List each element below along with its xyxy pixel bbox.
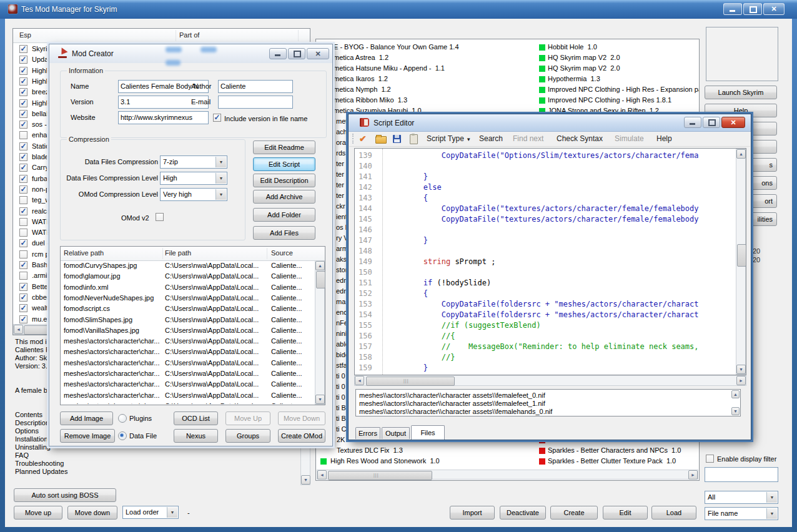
load-button[interactable]: Load xyxy=(651,506,696,520)
modlist-hscrollbar[interactable]: ◄ ► ||| xyxy=(317,470,698,480)
maximize-icon[interactable] xyxy=(288,48,305,59)
file-row[interactable]: meshes\actors\character\char...C:\Users\… xyxy=(61,358,315,368)
scroll-up-icon[interactable]: ▲ xyxy=(731,390,740,398)
deactivate-button[interactable]: Deactivate xyxy=(500,506,546,520)
chevron-down-icon[interactable]: ▼ xyxy=(766,492,777,503)
column-separator[interactable] xyxy=(176,30,176,41)
code-line[interactable]: 158 //} xyxy=(355,352,742,363)
file-row[interactable]: fomod\script.csC:\Users\nwa\AppData\Loca… xyxy=(61,303,315,314)
code-editor[interactable]: 139 CopyDataFile("Options/Slim/textures/… xyxy=(354,148,746,375)
simulate-menu[interactable]: Simulate xyxy=(615,134,644,143)
file-row[interactable]: fomod\info.xmlC:\Users\nwa\AppData\Local… xyxy=(61,282,315,293)
mod-list-item[interactable]: Improved NPC Clothing - High Res - Expan… xyxy=(316,85,699,96)
ocd-list-button[interactable]: OCD List xyxy=(174,411,218,425)
add-archive-button[interactable]: Add Archive xyxy=(253,190,315,204)
column-separator[interactable] xyxy=(298,30,299,41)
column-header-file-path[interactable]: File path xyxy=(165,249,191,257)
chevron-down-icon[interactable]: ▼ xyxy=(215,189,226,200)
esp-item-checkbox[interactable]: ✓ xyxy=(19,261,27,269)
move-up-button[interactable]: Move up xyxy=(14,506,62,520)
esp-item-checkbox[interactable]: ✓ xyxy=(19,153,27,161)
code-line[interactable]: 152 { xyxy=(355,288,742,299)
add-files-button[interactable]: Add Files xyxy=(253,226,315,240)
enable-display-filter-checkbox[interactable] xyxy=(706,455,714,463)
esp-item-checkbox[interactable]: ✓ xyxy=(19,77,27,86)
esp-item-checkbox[interactable]: ✓ xyxy=(19,315,27,323)
file-row[interactable]: meshes\actors\character\char...C:\Users\… xyxy=(61,401,315,404)
column-header-relative-path[interactable]: Relative path xyxy=(64,249,104,257)
code-hscrollbar[interactable]: ◄ ► ||| xyxy=(354,375,746,386)
code-line[interactable]: 142 else xyxy=(355,182,742,193)
code-line[interactable]: 151 if (!bodySlide) xyxy=(355,278,742,288)
file-row[interactable]: fomod\SlimShapes.jpgC:\Users\nwa\AppData… xyxy=(61,315,315,325)
esp-item-checkbox[interactable]: ✓ xyxy=(19,88,27,96)
check-icon[interactable]: ✔ xyxy=(359,134,367,144)
code-line[interactable]: 148 xyxy=(355,246,742,257)
search-menu[interactable]: Search xyxy=(479,134,503,143)
esp-item-checkbox[interactable]: ✓ xyxy=(19,293,27,302)
esp-item-checkbox[interactable]: ✓ xyxy=(19,185,27,194)
code-line[interactable]: 155 //if (suggestTexBlend) xyxy=(355,320,742,331)
esp-item-checkbox[interactable]: ✓ xyxy=(19,67,27,75)
save-icon[interactable] xyxy=(393,135,401,143)
scroll-down-icon[interactable]: ▼ xyxy=(731,407,740,415)
file-row[interactable]: meshes\actors\character\char...C:\Users\… xyxy=(61,368,315,379)
esp-item-checkbox[interactable]: ✓ xyxy=(19,175,27,183)
paste-icon[interactable] xyxy=(410,134,418,144)
nexus-button[interactable]: Nexus xyxy=(174,429,218,443)
check-syntax-menu[interactable]: Check Syntax xyxy=(557,134,603,143)
file-list-vscrollbar[interactable]: ▲ ▼ xyxy=(315,260,325,405)
script-type-menu[interactable]: Script Type ▼ xyxy=(427,134,471,143)
esp-item-checkbox[interactable]: ✓ xyxy=(19,99,27,107)
add-folder-button[interactable]: Add Folder xyxy=(253,208,315,222)
edit-button[interactable]: Edit xyxy=(603,506,648,520)
esp-item-checkbox[interactable]: ✓ xyxy=(19,283,27,291)
close-icon[interactable] xyxy=(721,117,745,128)
column-header-esp[interactable]: Esp xyxy=(19,31,31,39)
mod-list-item[interactable]: HQ Skyrim map V2 2.0 xyxy=(316,64,699,74)
file-row[interactable]: meshes\actors\character\char...C:\Users\… xyxy=(61,379,315,390)
move-down-button[interactable]: Move down xyxy=(67,506,117,520)
code-line[interactable]: 159 } xyxy=(355,363,742,373)
chevron-down-icon[interactable]: ▼ xyxy=(167,507,177,518)
code-line[interactable]: 154 CopyDataFile(foldersrc + "meshes/act… xyxy=(355,310,742,320)
compression-combo[interactable]: High▼ xyxy=(160,172,227,185)
esp-item-checkbox[interactable] xyxy=(19,272,27,280)
sort-by-combo[interactable]: File name ▼ xyxy=(705,507,778,520)
maximize-icon[interactable] xyxy=(703,117,720,128)
code-line[interactable]: 141 } xyxy=(355,172,742,182)
main-title-bar[interactable]: Tes Mod Manager for Skyrim xyxy=(0,0,797,19)
minimize-icon[interactable] xyxy=(723,3,742,15)
esp-item-checkbox[interactable] xyxy=(19,196,27,204)
display-filter-input[interactable] xyxy=(705,467,778,482)
chevron-down-icon[interactable]: ▼ xyxy=(766,508,777,519)
include-version-checkbox[interactable]: ✓ xyxy=(213,114,221,122)
groups-button[interactable]: Groups xyxy=(225,429,270,443)
file-row[interactable]: meshes\actors\character\char...C:\Users\… xyxy=(61,390,315,401)
category-filter-combo[interactable]: All ▼ xyxy=(705,491,778,504)
import-button[interactable]: Import xyxy=(450,506,495,520)
file-row[interactable]: fomod\VanillaShapes.jpgC:\Users\nwa\AppD… xyxy=(61,325,315,336)
code-line[interactable]: 157 // MessageBox("Reminder: to help eli… xyxy=(355,342,742,352)
code-line[interactable]: 146 xyxy=(355,225,742,235)
create-omod-button[interactable]: Create OMod xyxy=(278,429,325,443)
chevron-down-icon[interactable]: ▼ xyxy=(215,173,226,184)
compression-combo[interactable]: Very high▼ xyxy=(160,188,227,201)
script-editor-title-bar[interactable]: Script Editor xyxy=(349,114,751,132)
esp-item-checkbox[interactable] xyxy=(19,250,27,259)
move-up-button[interactable]: Move Up xyxy=(225,411,270,425)
code-vscrollbar[interactable]: ▲ ▼ xyxy=(736,149,746,375)
edit-readme-button[interactable]: Edit Readme xyxy=(253,140,315,154)
esp-item-checkbox[interactable]: ✓ xyxy=(19,121,27,129)
code-line[interactable]: 153 CopyDataFile(foldersrc + "meshes/act… xyxy=(355,299,742,310)
code-line[interactable]: 143 { xyxy=(355,193,742,204)
tab-errors[interactable]: Errors xyxy=(355,427,380,439)
esp-item-checkbox[interactable]: ✓ xyxy=(19,164,27,172)
column-separator[interactable] xyxy=(162,248,163,259)
tab-files[interactable]: Files xyxy=(411,425,445,440)
edit-description-button[interactable]: Edit Description xyxy=(253,174,315,187)
mod-list-item[interactable]: Sparkles - Better Characters and NPCs 1.… xyxy=(316,446,699,456)
mod-list-item[interactable]: Hypothermia 1.3 xyxy=(316,74,699,85)
code-line[interactable]: 145 CopyDataFile("textures/actors/charac… xyxy=(355,214,742,225)
mod-list-item[interactable]: Improved NPC Clothing - High Res 1.8.1 xyxy=(316,96,699,106)
